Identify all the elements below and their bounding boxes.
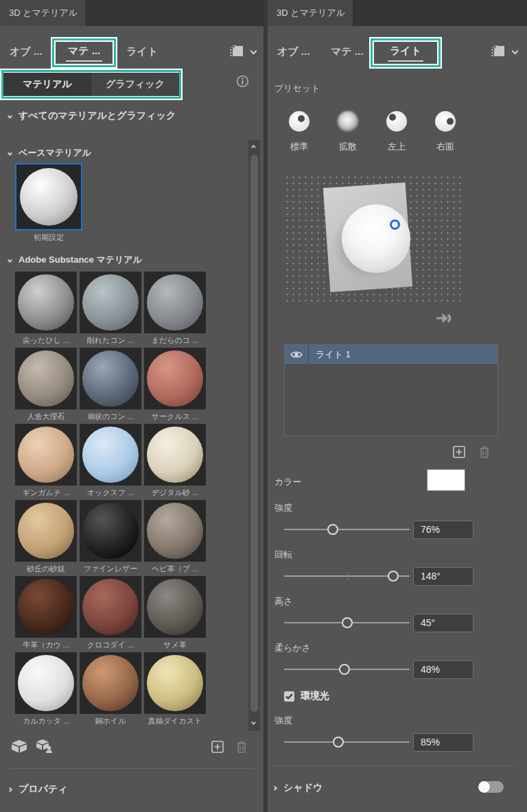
material-thumb: [15, 272, 77, 333]
panel-menu-icon[interactable]: [491, 44, 506, 58]
material-tile[interactable]: カルカッタ ...: [15, 652, 77, 728]
slider-value[interactable]: 76%: [413, 521, 473, 539]
chevron-down-icon[interactable]: [250, 48, 257, 55]
scroll-up-icon[interactable]: [251, 145, 256, 150]
material-sphere: [18, 579, 74, 635]
light-color-swatch[interactable]: [427, 469, 465, 491]
subtab-highlight: マテリアル グラフィック: [1, 70, 181, 99]
ambient-label: 環境光: [301, 690, 329, 702]
material-tile[interactable]: オックスフ ...: [80, 424, 141, 500]
base-material-tile[interactable]: 初期設定: [15, 163, 82, 244]
base-material-sphere: [20, 168, 78, 226]
material-tile[interactable]: デジタル砂 ...: [144, 424, 206, 500]
info-icon[interactable]: [236, 75, 249, 88]
library-user-icon[interactable]: [36, 739, 54, 753]
material-tile[interactable]: 尖ったひし ...: [15, 272, 77, 348]
left-panel-tab[interactable]: 3D とマテリアル: [0, 0, 85, 26]
material-sphere: [18, 274, 74, 331]
ambient-checkbox[interactable]: [284, 691, 294, 702]
material-tile[interactable]: 扇状のコン ...: [80, 348, 141, 424]
material-tile[interactable]: 削れたコン ...: [80, 272, 141, 348]
slider-value[interactable]: 45°: [413, 614, 473, 632]
scroll-down-icon[interactable]: [251, 720, 256, 725]
add-icon[interactable]: [211, 741, 224, 753]
ambient-light-row: 環境光: [284, 690, 329, 702]
right-tab-object[interactable]: オブ ...: [277, 45, 309, 58]
light-preset[interactable]: 右面: [425, 111, 466, 153]
section-all-materials[interactable]: すべてのマテリアルとグラフィック: [8, 110, 176, 122]
slider-track[interactable]: [284, 741, 410, 743]
slider-thumb[interactable]: [388, 571, 399, 582]
light-preset[interactable]: 拡散: [327, 111, 368, 153]
material-label: 尖ったひし ...: [15, 333, 77, 347]
slider-value[interactable]: 148°: [413, 567, 473, 586]
material-label: 扇状のコン ...: [80, 409, 141, 423]
right-tab-light[interactable]: ライト: [388, 45, 423, 62]
scrollbar-thumb[interactable]: [250, 155, 258, 712]
material-label: 砂丘の砂紋: [15, 562, 77, 575]
light-preset[interactable]: 標準: [279, 111, 320, 153]
slider-track[interactable]: [284, 529, 410, 530]
preset-sphere-icon: [338, 111, 358, 132]
slider-value[interactable]: 85%: [413, 733, 473, 752]
material-tile[interactable]: クロコダイ ...: [80, 576, 141, 652]
trash-icon[interactable]: [479, 446, 490, 458]
chevron-down-icon: [8, 150, 12, 155]
slider-track[interactable]: [284, 622, 410, 623]
material-label: 削れたコン ...: [80, 333, 141, 347]
library-toolbar: [11, 739, 54, 753]
library-icon[interactable]: [11, 740, 27, 753]
slider-thumb[interactable]: [333, 737, 344, 748]
slider-track[interactable]: [284, 669, 410, 670]
scrollbar[interactable]: [248, 140, 260, 731]
material-sphere: [147, 655, 203, 711]
chevron-down-icon: [8, 113, 12, 118]
light-handle[interactable]: [390, 219, 400, 230]
add-icon[interactable]: [453, 446, 465, 458]
material-tile[interactable]: 砂丘の砂紋: [15, 500, 77, 576]
right-tab-material[interactable]: マテ ...: [331, 45, 363, 58]
material-tile[interactable]: サメ革: [144, 576, 206, 652]
section-base-materials[interactable]: ベースマテリアル: [8, 147, 91, 159]
shadow-toggle[interactable]: [479, 781, 504, 793]
material-tile[interactable]: ギンガムチ ...: [15, 424, 77, 500]
material-tile[interactable]: 真鍮ダイカスト: [144, 652, 206, 728]
material-tile[interactable]: 銅ホイル: [80, 652, 141, 728]
slider-track[interactable]: [284, 575, 410, 577]
light-row[interactable]: ライト 1: [285, 345, 497, 364]
material-tile[interactable]: 牛革（カウ ...: [15, 576, 77, 652]
move-light-to-view-icon[interactable]: [435, 312, 454, 324]
left-tab-material[interactable]: マテ ...: [66, 45, 102, 62]
slider-thumb[interactable]: [327, 524, 338, 535]
chevron-right-icon: [272, 785, 277, 790]
material-tile[interactable]: 人造大理石: [15, 348, 77, 424]
slider-thumb[interactable]: [342, 617, 353, 628]
material-tile[interactable]: ファインレザー: [80, 500, 141, 576]
section-shadow[interactable]: シャドウ: [273, 782, 323, 794]
subtab-graphic[interactable]: グラフィック: [91, 73, 179, 96]
preset-dot: [389, 114, 396, 121]
chevron-down-icon[interactable]: [512, 48, 519, 55]
trash-icon[interactable]: [236, 741, 247, 753]
right-panel-tab[interactable]: 3D とマテリアル: [268, 0, 353, 26]
left-tab-material-highlight: マテ ...: [52, 38, 116, 67]
slider-value[interactable]: 48%: [413, 660, 473, 679]
material-tile[interactable]: ヘビ革（ブ ...: [144, 500, 206, 576]
left-tab-object[interactable]: オブ ...: [10, 45, 42, 58]
preset-dot: [447, 118, 454, 125]
panel-menu-icon[interactable]: [229, 44, 245, 58]
row-divider: [308, 345, 309, 364]
material-tile[interactable]: まだらのコ ...: [144, 272, 206, 348]
slider-thumb[interactable]: [339, 664, 350, 675]
section-substance-materials[interactable]: Adobe Substance マテリアル: [8, 254, 142, 266]
presets-label: プリセット: [274, 82, 320, 96]
light-preset[interactable]: 左上: [376, 111, 417, 153]
subtab-material[interactable]: マテリアル: [3, 73, 91, 96]
slider-group: 強度85%: [274, 715, 480, 752]
material-tile[interactable]: サークルス ...: [144, 348, 206, 424]
light-preview-widget[interactable]: [284, 174, 461, 303]
left-tab-light[interactable]: ライト: [126, 45, 158, 58]
eye-icon[interactable]: [285, 350, 308, 359]
material-label: サメ革: [144, 638, 206, 652]
section-properties[interactable]: プロパティ: [8, 783, 68, 796]
